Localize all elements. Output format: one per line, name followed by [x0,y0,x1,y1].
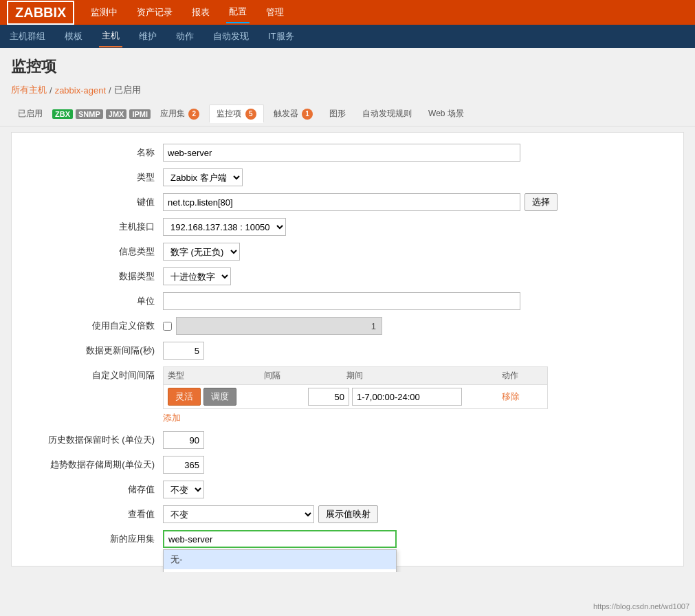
key-row: 键值 选择 [25,193,670,211]
header-type: 类型 [168,370,264,382]
subnav-discovery[interactable]: 自动发现 [210,26,252,47]
store-value-row: 储存值 不变 [25,481,670,498]
items-count: 5 [245,109,256,120]
nav-reports[interactable]: 报表 [189,2,212,23]
type-control: Zabbix 客户端 [163,168,670,186]
top-navigation: ZABBIX 监测中 资产记录 报表 配置 管理 [0,0,695,25]
add-interval-link[interactable]: 添加 [163,412,181,424]
tab-enabled[interactable]: 已启用 [11,105,49,122]
host-interface-label: 主机接口 [25,218,163,233]
update-interval-label: 数据更新间隔(秒) [25,342,163,357]
tab-items[interactable]: 监控项 5 [209,104,263,123]
multiplier-checkbox[interactable] [163,322,172,331]
key-select-button[interactable]: 选择 [525,193,558,211]
store-value-control: 不变 [163,481,670,498]
trend-storage-control [163,456,670,474]
data-type-select[interactable]: 十进位数字 [163,267,231,285]
store-value-select[interactable]: 不变 [163,481,204,498]
info-type-row: 信息类型 数字 (无正负) [25,243,670,261]
update-interval-row: 数据更新间隔(秒) [25,342,670,360]
name-input[interactable] [163,144,520,162]
appset-dropdown-menu: 无- CPU network traffic stats [163,549,397,572]
tab-graphs[interactable]: 图形 [322,105,353,122]
header-interval: 间隔 [264,370,346,382]
nav-config[interactable]: 配置 [226,1,250,23]
unit-label: 单位 [25,292,163,307]
key-input[interactable] [163,193,520,211]
interval-table-header: 类型 间隔 期间 动作 [164,367,547,385]
subnav-hostgroups[interactable]: 主机群组 [7,26,48,47]
update-interval-input[interactable] [163,342,204,360]
appset-option-cpu[interactable]: CPU [164,569,396,572]
subnav-itservices[interactable]: IT服务 [265,26,297,47]
nav-assets[interactable]: 资产记录 [134,2,175,23]
interval-row-1: 灵活 调度 移除 [164,385,547,408]
custom-time-interval-row: 自定义时间间隔 类型 间隔 期间 动作 灵活 调度 [25,366,670,424]
info-type-control: 数字 (无正负) [163,243,670,261]
new-appset-control: 无- CPU network traffic stats [163,530,670,548]
name-label: 名称 [25,144,163,159]
store-value-label: 储存值 [25,481,163,496]
header-period: 期间 [346,370,502,382]
display-mapping-button[interactable]: 展示值映射 [318,505,378,523]
history-retention-row: 历史数据保留时长 (单位天) [25,431,670,449]
subnav-templates[interactable]: 模板 [62,26,85,47]
subnav-maintenance[interactable]: 维护 [136,26,159,47]
data-type-control: 十进位数字 [163,267,670,285]
tab-web-scenarios[interactable]: Web 场景 [421,105,471,122]
page-title: 监控项 [0,48,695,81]
trend-storage-row: 趋势数据存储周期(单位天) [25,456,670,474]
tab-triggers[interactable]: 触发器 1 [267,105,320,122]
host-interface-select[interactable]: 192.168.137.138 : 10050 [163,218,286,236]
breadcrumb-current: 已启用 [114,84,141,96]
triggers-count: 1 [302,109,313,120]
display-value-label: 查看值 [25,505,163,520]
interval-period-input[interactable] [352,388,462,406]
type-row: 类型 Zabbix 客户端 [25,168,670,186]
tabs-bar: 已启用 ZBX SNMP JMX IPMI 应用集 2 监控项 5 触发器 1 … [0,102,695,126]
sub-navigation: 主机群组 模板 主机 维护 动作 自动发现 IT服务 [0,25,695,48]
host-interface-control: 192.168.137.138 : 10050 [163,218,670,236]
history-retention-input[interactable] [163,431,204,449]
logo: ZABBIX [7,1,74,25]
breadcrumb-sep2: / [109,85,111,96]
tab-ipmi[interactable]: IPMI [129,109,151,119]
key-control: 选择 [163,193,670,211]
form-area: 名称 类型 Zabbix 客户端 键值 选择 主机接口 192.168.137.… [11,132,684,566]
nav-admin[interactable]: 管理 [263,2,287,23]
multiplier-value: 1 [176,317,382,335]
host-interface-row: 主机接口 192.168.137.138 : 10050 [25,218,670,236]
subnav-hosts[interactable]: 主机 [99,25,122,47]
tab-appsets[interactable]: 应用集 2 [153,105,206,122]
custom-time-interval-label: 自定义时间间隔 [25,366,163,382]
name-row: 名称 [25,144,670,162]
breadcrumb-agent[interactable]: zabbix-agent [55,85,106,96]
type-select[interactable]: Zabbix 客户端 [163,168,243,186]
tab-zbx[interactable]: ZBX [52,109,73,119]
interval-value-input[interactable] [308,388,349,406]
subnav-actions[interactable]: 动作 [173,26,197,47]
info-type-select[interactable]: 数字 (无正负) [163,243,240,261]
breadcrumb-allhosts[interactable]: 所有主机 [11,84,47,96]
interval-value-cell [267,388,349,406]
tab-jmx[interactable]: JMX [106,109,127,119]
new-appset-input[interactable] [163,530,397,548]
interval-remove-link[interactable]: 移除 [502,391,520,402]
update-interval-control [163,342,670,360]
interval-type-schedule[interactable]: 调度 [203,388,236,406]
display-value-select[interactable]: 不变 [163,505,314,523]
trend-storage-label: 趋势数据存储周期(单位天) [25,456,163,471]
breadcrumb: 所有主机 / zabbix-agent / 已启用 [0,81,695,102]
interval-period-cell [352,388,499,406]
appset-option-none[interactable]: 无- [164,550,396,569]
new-appset-row: 新的应用集 无- CPU network traffic stats [25,530,670,548]
interval-action-cell: 移除 [502,390,543,403]
display-value-control: 不变 展示值映射 [163,505,670,523]
multiplier-control: 1 [163,317,670,335]
unit-input[interactable] [163,292,520,310]
nav-monitor[interactable]: 监测中 [88,2,120,23]
tab-discovery-rules[interactable]: 自动发现规则 [355,105,419,122]
trend-storage-input[interactable] [163,456,204,474]
tab-snmp[interactable]: SNMP [76,109,103,119]
interval-type-flexible[interactable]: 灵活 [168,388,201,406]
